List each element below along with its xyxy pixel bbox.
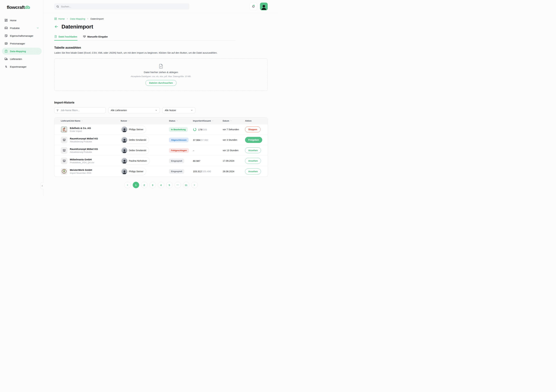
- pagination-page-5[interactable]: 5: [166, 182, 173, 188]
- pagination-page-4[interactable]: 4: [158, 182, 164, 188]
- job-name-filter[interactable]: [54, 107, 106, 113]
- column-header-nutzer[interactable]: Nutzer: [121, 120, 169, 122]
- brand-name: flowcraft: [7, 5, 25, 10]
- imported-count: 37.984: [193, 139, 200, 141]
- pagination-prev-button[interactable]: [124, 182, 131, 188]
- tab-bar: Datei hochladen Manuelle Eingabe: [54, 34, 236, 40]
- release-button[interactable]: Freigeben: [245, 137, 262, 143]
- stop-button[interactable]: Stoppen: [245, 126, 261, 132]
- chevron-down-icon: [191, 109, 193, 111]
- dropzone-hint: Akzeptierte Dateitypen: csv, xls, xlsx, …: [131, 75, 191, 78]
- top-header: [44, 0, 278, 13]
- global-search[interactable]: [54, 3, 189, 9]
- company-name: RaumKonzept Möbel KG: [70, 137, 98, 140]
- user-chip[interactable]: Detlev Smolanski: [121, 147, 149, 154]
- section-heading: Tabelle auswählen: [54, 46, 268, 49]
- breadcrumb-home[interactable]: Home: [54, 17, 65, 20]
- user-chip[interactable]: Philipp Steiner: [121, 168, 146, 175]
- breadcrumb-data-mapping[interactable]: Data-Mapping: [70, 17, 85, 20]
- company-name: MeisterWerk GmbH: [70, 169, 92, 171]
- history-filters: Alle Lieferanten Alle Nutzer: [54, 107, 268, 113]
- chevron-right-icon: [87, 18, 89, 20]
- pagination-next-button[interactable]: [191, 182, 198, 188]
- search-input[interactable]: [61, 5, 187, 8]
- title-row: Datenimport: [54, 24, 268, 30]
- selected-value: Alle Nutzer: [165, 109, 176, 111]
- breadcrumb-label: Home: [58, 17, 65, 20]
- pagination-ellipsis[interactable]: •••: [175, 182, 181, 188]
- user-name: Detlev Smolanski: [129, 149, 146, 152]
- user-photo: [122, 137, 127, 143]
- sofa-icon: [5, 26, 8, 30]
- tab-manuelle-eingabe[interactable]: Manuelle Eingabe: [83, 34, 108, 40]
- file-dropzone[interactable]: Datei hierher ziehen & ablegen Akzeptier…: [54, 58, 268, 91]
- status-badge: Eingespielt: [169, 169, 184, 174]
- pagination-page-3[interactable]: 3: [149, 182, 156, 188]
- column-header-datum[interactable]: Datum: [223, 120, 245, 122]
- company-logo: [61, 137, 67, 143]
- clipboard-check-icon: [5, 50, 8, 53]
- price-icon: $: [5, 42, 8, 45]
- brand-logo: flowcraftdb: [0, 0, 44, 10]
- sidebar-item-produkte[interactable]: Produkte: [2, 24, 42, 31]
- column-header-aktion: Aktion: [245, 120, 264, 122]
- sidebar-item-exportmanager[interactable]: Exportmanager: [2, 63, 42, 70]
- job-name: Erster Import: [70, 130, 91, 132]
- company-name: RaumKonzept Möbel KG: [70, 148, 98, 150]
- breadcrumb-label: Data-Mapping: [70, 17, 85, 20]
- notifications-button[interactable]: [249, 3, 257, 10]
- user-avatar[interactable]: [260, 3, 268, 10]
- view-button[interactable]: Ansehen: [245, 169, 261, 174]
- sidebar-item-label: Preismanager: [10, 42, 25, 45]
- svg-text:$: $: [6, 43, 6, 44]
- company-logo: [61, 147, 67, 154]
- breadcrumb-current: Datenimport: [90, 17, 104, 20]
- sidebar-item-home[interactable]: Home: [2, 17, 42, 24]
- sidebar-item-eigenschaftsmanager[interactable]: Eigenschaftsmanager: [2, 32, 42, 39]
- section-description: Laden Sie Ihre lokale Datei (Excel, CSV,…: [54, 51, 268, 54]
- date: 28.08.2024: [223, 170, 245, 173]
- column-header-importiert[interactable]: Importiert/Gesamt: [193, 120, 223, 122]
- date: vor 7 Sekunden: [223, 128, 245, 131]
- view-button[interactable]: Ansehen: [245, 158, 261, 164]
- supplier-filter-select[interactable]: Alle Lieferanten: [108, 107, 160, 113]
- user-name: Paulina Nicholson: [129, 159, 147, 162]
- company-logo: WE: [61, 168, 67, 175]
- column-header-status[interactable]: Status: [169, 120, 193, 122]
- progress-spinner-icon: [193, 128, 197, 131]
- pagination-page-2[interactable]: 2: [141, 182, 147, 188]
- user-photo: [122, 169, 127, 174]
- sort-chevron-icon: [212, 120, 214, 122]
- sidebar-item-data-mapping[interactable]: Data-Mapping: [2, 48, 42, 55]
- job-name: Produktliste_2024_Q4.csv: [70, 161, 94, 164]
- sort-chevron-icon: [176, 120, 178, 122]
- sidebar-nav: Home Produkte Eigenschaftsmanager $ Prei…: [0, 17, 44, 70]
- user-name: Detlev Smolanski: [129, 139, 146, 141]
- browse-files-button[interactable]: Dateien durchsuchen: [146, 80, 177, 86]
- sidebar-item-label: Produkte: [10, 27, 20, 30]
- user-chip[interactable]: Detlev Smolanski: [121, 136, 149, 144]
- column-header-lieferant[interactable]: Lieferant/Job-Name: [61, 120, 121, 122]
- table-row: RaumKonzept Möbel KG Aktualisierung Prod…: [54, 135, 268, 145]
- table-row: Edelholz & Co. AG Erster Import Philipp …: [54, 124, 268, 135]
- sidebar-item-preismanager[interactable]: $ Preismanager: [2, 40, 42, 47]
- sidebar-collapse-button[interactable]: [40, 182, 44, 189]
- imported-count: –: [193, 149, 194, 152]
- tab-datei-hochladen[interactable]: Datei hochladen: [54, 34, 77, 40]
- user-filter-select[interactable]: Alle Nutzer: [162, 107, 195, 113]
- job-name-filter-input[interactable]: [60, 109, 104, 112]
- user-photo: [122, 158, 127, 164]
- pagination-page-1[interactable]: 1: [133, 182, 139, 188]
- sidebar-item-lieferanten[interactable]: Lieferanten: [2, 55, 42, 63]
- selected-value: Alle Lieferanten: [111, 109, 127, 111]
- user-chip[interactable]: Paulina Nicholson: [121, 157, 150, 165]
- pagination-page-11[interactable]: 11: [183, 182, 189, 188]
- job-name: Aktualisierung Produkte: [70, 151, 98, 153]
- back-arrow-button[interactable]: [54, 24, 59, 29]
- total-count: /205: [202, 128, 207, 131]
- date: 17.09.2024: [223, 159, 245, 162]
- chevron-right-icon: [66, 18, 68, 20]
- user-chip[interactable]: Philipp Steiner: [121, 126, 146, 133]
- view-button[interactable]: Ansehen: [245, 148, 261, 153]
- date: vor 13 Stunden: [223, 149, 245, 152]
